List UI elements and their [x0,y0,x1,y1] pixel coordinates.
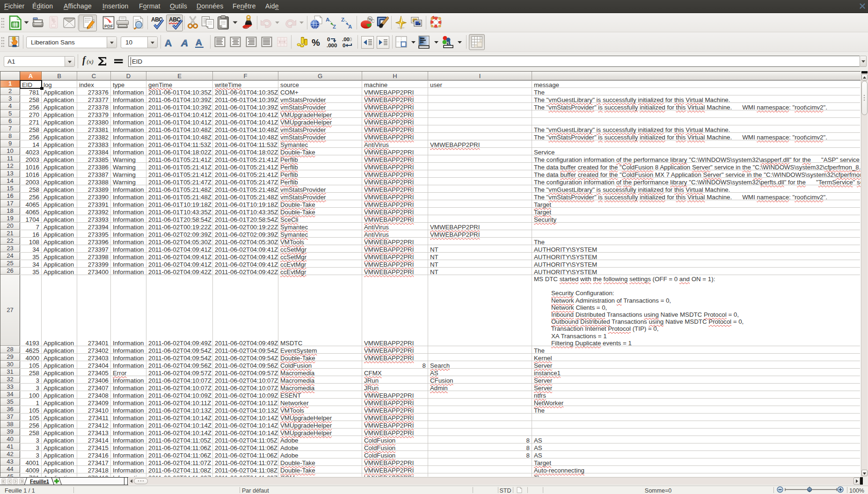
svg-text:PDF: PDF [104,24,113,29]
svg-text:0: 0 [349,36,352,42]
svg-text:.000: .000 [327,43,337,48]
svg-text:A: A [348,24,352,29]
svg-text:Feuille1: Feuille1 [30,479,49,484]
svg-text:0: 0 [343,43,345,48]
svg-text:Z: Z [341,17,344,22]
svg-text:A: A [181,37,188,48]
svg-text:%: % [368,17,372,22]
svg-text:A: A [326,17,329,22]
svg-text:A: A [165,37,172,48]
svg-text:%: % [312,37,320,48]
svg-text:.00: .00 [342,36,350,42]
svg-text:A: A [196,37,202,47]
svg-text:0: 0 [327,36,330,42]
svg-text:Z: Z [333,24,336,29]
